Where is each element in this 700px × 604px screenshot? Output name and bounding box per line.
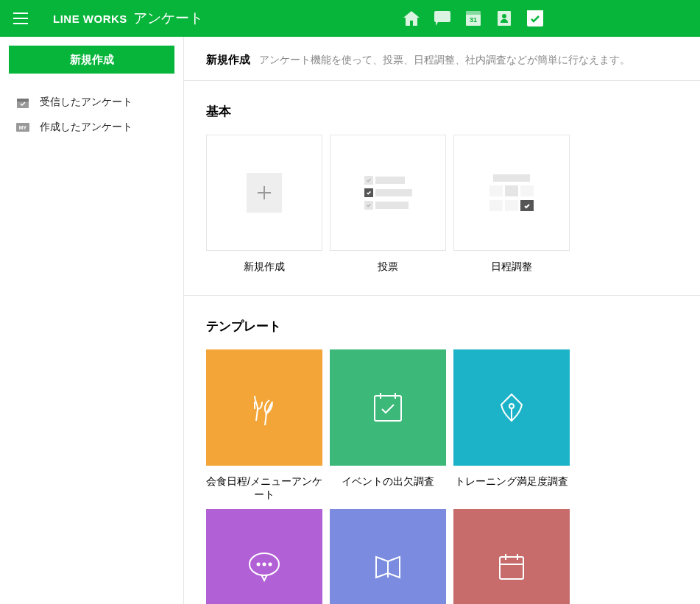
template-card-event[interactable]: イベントの出欠調査 <box>330 349 446 501</box>
template-card-training[interactable]: トレーニング満足度調査 <box>453 349 570 501</box>
template-card-dining[interactable]: 会食日程/メニューアンケート <box>206 349 322 501</box>
logo-brand: LINE WORKS <box>53 13 127 25</box>
logo: LINE WORKS アンケート <box>53 9 203 28</box>
intro-title: 新規作成 <box>206 53 250 67</box>
svg-rect-27 <box>500 557 523 579</box>
template-card-6[interactable] <box>453 509 570 604</box>
svg-text:31: 31 <box>470 16 477 24</box>
svg-point-23 <box>258 563 260 565</box>
card-label: 投票 <box>330 260 446 273</box>
sidebar-item-label: 作成したアンケート <box>40 121 132 134</box>
book-icon <box>367 547 409 588</box>
calendar-icon[interactable]: 31 <box>464 10 482 27</box>
basic-title: 基本 <box>206 103 678 120</box>
svg-rect-2 <box>13 23 28 24</box>
sidebar-item-created[interactable]: MY 作成したアンケート <box>9 115 174 140</box>
svg-point-20 <box>509 404 514 408</box>
svg-rect-1 <box>13 18 28 19</box>
plus-icon <box>247 173 282 213</box>
svg-rect-12 <box>17 99 29 102</box>
menu-button[interactable] <box>9 7 32 30</box>
basic-card-new[interactable]: 新規作成 <box>206 135 322 273</box>
svg-text:MY: MY <box>19 125 27 130</box>
sidebar: 新規作成 受信したアンケート MY 作成したアンケート <box>0 37 184 604</box>
schedule-icon <box>489 174 534 211</box>
basic-card-vote[interactable]: 投票 <box>330 135 446 273</box>
svg-rect-10 <box>527 10 543 14</box>
basic-section: 基本 新規作成 <box>184 81 700 296</box>
chat-icon[interactable] <box>434 10 451 27</box>
pen-icon <box>491 387 532 428</box>
intro-bar: 新規作成 アンケート機能を使って、投票、日程調整、社内調査などが簡単に行なえます… <box>184 37 700 81</box>
card-label: 会食日程/メニューアンケート <box>206 475 322 501</box>
new-survey-button[interactable]: 新規作成 <box>9 46 174 74</box>
card-label: トレーニング満足度調査 <box>453 475 570 488</box>
svg-point-24 <box>264 563 266 565</box>
vote-icon <box>364 176 412 210</box>
speech-icon <box>244 547 285 588</box>
svg-rect-17 <box>375 396 401 421</box>
inbox-icon <box>16 96 29 109</box>
svg-rect-3 <box>434 11 450 22</box>
card-label: イベントの出欠調査 <box>330 475 446 488</box>
svg-point-8 <box>502 14 506 18</box>
basic-card-schedule[interactable]: 日程調整 <box>453 135 570 273</box>
svg-rect-5 <box>466 11 481 15</box>
home-icon[interactable] <box>403 10 420 27</box>
card-label: 日程調整 <box>453 260 570 273</box>
app-header: LINE WORKS アンケート 31 <box>0 0 700 37</box>
main-content: 新規作成 アンケート機能を使って、投票、日程調整、社内調査などが簡単に行なえます… <box>184 37 700 604</box>
survey-icon[interactable] <box>526 10 544 27</box>
dining-icon <box>244 387 285 428</box>
intro-desc: アンケート機能を使って、投票、日程調整、社内調査などが簡単に行なえます。 <box>259 54 630 67</box>
date-icon <box>491 547 532 588</box>
card-label: 新規作成 <box>206 260 322 273</box>
svg-point-25 <box>269 563 272 565</box>
svg-rect-0 <box>13 13 28 14</box>
header-nav: 31 <box>403 10 544 27</box>
template-card-design[interactable]: デザインへの意見調査 <box>206 509 322 604</box>
contacts-icon[interactable] <box>495 10 513 27</box>
sidebar-item-received[interactable]: 受信したアンケート <box>9 90 174 115</box>
templates-section: テンプレート 会食日程/メニューアンケート イベントの出欠調査 トレーニング満足… <box>184 296 700 604</box>
sidebar-item-label: 受信したアンケート <box>40 96 132 109</box>
my-icon: MY <box>16 121 29 134</box>
logo-app: アンケート <box>133 9 203 28</box>
event-calendar-icon <box>367 387 409 428</box>
template-card-5[interactable] <box>330 509 446 604</box>
templates-title: テンプレート <box>206 318 678 335</box>
